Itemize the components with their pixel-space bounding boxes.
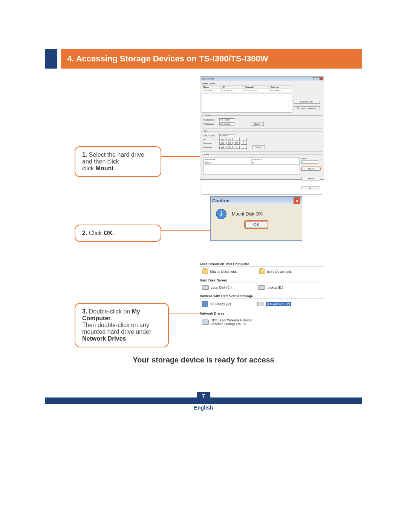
dialog-message: Mount Disk OK! <box>232 211 263 217</box>
device-list-area <box>202 93 292 113</box>
floppy-icon <box>202 301 208 307</box>
step-2-bold: OK <box>104 230 113 236</box>
folder-icon <box>202 269 208 274</box>
step-1-text-a: Select the hard drive, and then click <box>82 151 146 165</box>
mount-button[interactable]: Mount <box>301 167 320 171</box>
dhcp-label: DHCP Client : <box>204 135 218 137</box>
removable-disk-item[interactable]: IFS-402WH (D:) <box>257 301 291 307</box>
unmount-button[interactable]: Unmount <box>301 177 320 180</box>
disk-list[interactable]: Share nameConnect to HDD_a0 <box>204 157 300 175</box>
setting-fieldset: Setting Host Name :TS-I300W Workgroup :w… <box>202 114 322 128</box>
maximize-icon[interactable] <box>317 77 320 80</box>
disk-icon <box>257 302 264 306</box>
exit-button[interactable]: Exit <box>301 187 320 190</box>
col-netmask: Netmask <box>243 86 269 89</box>
folder-icon <box>259 269 265 274</box>
netmask-label: Netmask : <box>204 142 218 144</box>
hostname-input[interactable]: TS-I300W <box>219 118 234 121</box>
close-icon[interactable]: ✕ <box>294 197 300 204</box>
gateway-label: Gateway : <box>204 146 218 148</box>
col-gateway: Gateway <box>269 86 292 89</box>
info-icon: i <box>216 209 226 219</box>
step-3-l2c: . <box>126 335 128 342</box>
section-header: 4. Accessing Storage Devices on TS-I300/… <box>45 49 362 69</box>
disk-icon <box>202 285 209 290</box>
col-name: Name <box>202 86 222 89</box>
connector-3 <box>169 313 200 313</box>
lan-modify-button[interactable]: Modify <box>252 145 265 149</box>
col-share: Share name <box>204 158 252 161</box>
ip-label: IP : <box>204 138 218 141</box>
ok-button[interactable]: OK <box>245 221 267 228</box>
setting-modify-button[interactable]: Modify <box>251 122 264 126</box>
ready-message: Your storage device is ready for access <box>45 356 362 364</box>
setting-legend: Setting <box>204 114 211 116</box>
network-drive-item[interactable]: HDD_a on 'Wireless NetworkAttached Stora… <box>202 318 252 326</box>
dialog-title: Confirm <box>212 198 230 203</box>
step-3-l2b: Network Drives <box>82 335 126 342</box>
group-network-drives: Network Drives <box>200 312 324 316</box>
tests-documents-item[interactable]: test's Documents <box>259 269 292 274</box>
disk-row[interactable]: HDD_a0 <box>204 161 300 165</box>
disk-icon <box>258 285 265 290</box>
window-title: Easy Search <box>201 78 214 80</box>
search-device-label: Search Device <box>202 83 322 85</box>
connect-webpage-button[interactable]: Connect to webpage <box>294 106 320 110</box>
backup-disk-item[interactable]: backup (E:) <box>258 285 283 290</box>
workgroup-label: Workgroup : <box>204 123 218 125</box>
table-row[interactable]: TS-I300W192.168.1.2255.255.255.0192.168.… <box>202 89 292 92</box>
search-device-button[interactable]: Search device <box>294 100 320 104</box>
step-3-number: 3. <box>82 308 87 315</box>
dhcp-select[interactable]: Disabled <box>219 134 234 137</box>
floppy-item[interactable]: 3½ Floppy (A:) <box>202 301 231 307</box>
lan-fieldset: LAN DHCP Client :Disabled IP : 19216812 … <box>202 130 322 152</box>
disks-fieldset: Disks Share nameConnect to HDD_a0 Drive … <box>202 153 322 195</box>
step-2-box: 2. Click OK. <box>75 225 161 242</box>
step-2-text-a: Click <box>87 230 104 236</box>
step-1-text-b: . <box>114 165 115 171</box>
group-hard-disk: Hard Disk Drives <box>200 278 324 283</box>
group-files-stored: Files Stored on This Computer <box>200 262 324 267</box>
page-footer: 7 English <box>45 397 362 413</box>
language-label: English <box>45 405 362 411</box>
netmask-input[interactable]: 2552552550 <box>219 142 247 145</box>
hostname-label: Host Name : <box>204 119 218 121</box>
step-3-l2a: Then double-click on any mounted hard dr… <box>82 322 151 335</box>
drive-label: Drive <box>301 157 320 160</box>
dialog-titlebar[interactable]: Confirm ✕ <box>211 197 302 205</box>
confirm-dialog: Confirm ✕ i Mount Disk OK! OK <box>210 196 302 241</box>
drive-select[interactable]: H: <box>301 161 318 164</box>
gateway-input[interactable]: 19216811 <box>219 146 247 149</box>
step-3-l1a: Double-click on <box>87 308 132 315</box>
window-titlebar[interactable]: Easy Search <box>200 76 324 81</box>
step-2-number: 2. <box>82 230 87 236</box>
step-3-box: 3. Double-click on My Computer. Then dou… <box>75 303 169 347</box>
step-3-l1c: . <box>111 315 112 321</box>
group-removable: Devices with Removable Storage <box>200 294 324 299</box>
easy-search-window: Easy Search Search Device NameIPNetmaskG… <box>200 76 324 180</box>
step-2-text-b: . <box>113 230 114 236</box>
col-connect: Connect to <box>252 158 300 161</box>
minimize-icon[interactable] <box>313 77 316 80</box>
step-1-box: 1. Select the hard drive, and then click… <box>75 146 161 177</box>
col-ip: IP <box>221 86 243 89</box>
header-gap <box>57 49 61 69</box>
header-accent-navy <box>45 49 57 69</box>
section-title: 4. Accessing Storage Devices on TS-I300/… <box>61 49 362 69</box>
page-number: 7 <box>197 392 210 400</box>
device-table: NameIPNetmaskGateway TS-I300W192.168.1.2… <box>202 85 292 92</box>
disks-legend: Disks <box>204 153 210 156</box>
close-icon[interactable] <box>320 77 323 80</box>
network-drive-icon <box>202 320 209 325</box>
workgroup-input[interactable]: workgroup <box>219 122 234 125</box>
lan-legend: LAN <box>204 130 209 132</box>
shared-documents-item[interactable]: Shared Documents <box>202 269 237 274</box>
step-1-bold: Mount <box>96 165 114 171</box>
step-1-number: 1. <box>82 151 87 158</box>
ip-input[interactable]: 19216812 <box>219 138 247 141</box>
local-disk-item[interactable]: Local Disk (C:) <box>202 285 232 290</box>
my-computer-view: Files Stored on This Computer Shared Doc… <box>200 260 324 328</box>
